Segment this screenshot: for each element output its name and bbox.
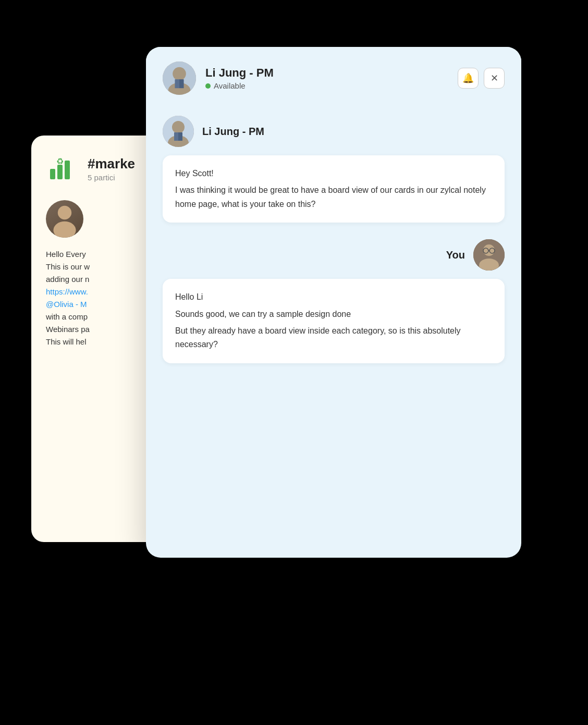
svg-rect-6 <box>179 79 184 88</box>
dm-header: Li Jung - PM Available 🔔 ✕ <box>146 47 521 107</box>
status-indicator <box>205 83 211 89</box>
li-msg-body: I was thinking it would be great to have… <box>175 183 492 211</box>
dm-contact-avatar-inner <box>163 62 196 95</box>
you-row: You <box>163 239 505 271</box>
channel-name: #marke <box>88 156 135 172</box>
dm-contact-status: Available <box>205 81 448 90</box>
sender-avatar-inner <box>163 116 194 147</box>
you-message-bubble: Hello Li Sounds good, we can try a sampl… <box>163 279 505 363</box>
sender-row: Li Jung - PM <box>163 116 505 147</box>
you-reply-line1: Sounds good, we can try a sample design … <box>175 308 492 321</box>
channel-info: #marke 5 partici <box>88 156 135 182</box>
you-avatar <box>473 239 505 271</box>
sender-name: Li Jung - PM <box>202 126 264 138</box>
you-label: You <box>446 249 465 261</box>
close-button[interactable]: ✕ <box>484 68 505 89</box>
dm-contact-avatar <box>163 62 196 95</box>
dm-contact-name: Li Jung - PM <box>205 66 448 80</box>
bar-chart-icon: ♻ <box>50 156 75 181</box>
svg-rect-11 <box>178 132 182 141</box>
bell-icon: 🔔 <box>462 72 474 84</box>
notification-button[interactable]: 🔔 <box>458 68 479 89</box>
status-text: Available <box>214 81 246 90</box>
svg-point-0 <box>58 206 71 219</box>
you-reply-greeting: Hello Li <box>175 290 492 304</box>
channel-avatar-inner <box>46 200 83 238</box>
dm-header-info: Li Jung - PM Available <box>205 66 448 90</box>
close-icon: ✕ <box>491 72 498 84</box>
svg-point-1 <box>53 222 76 238</box>
you-avatar-inner <box>473 239 505 271</box>
svg-point-13 <box>483 244 495 256</box>
dm-card: Li Jung - PM Available 🔔 ✕ <box>146 47 521 558</box>
dm-header-actions: 🔔 ✕ <box>458 68 505 89</box>
channel-participants: 5 partici <box>88 173 135 182</box>
you-reply-line2: But they already have a board view insid… <box>175 324 492 352</box>
channel-icon: ♻ <box>46 152 79 186</box>
dm-body: Li Jung - PM Hey Scott! I was thinking i… <box>146 107 521 397</box>
channel-sender-avatar <box>46 200 83 238</box>
svg-rect-5 <box>175 79 179 88</box>
li-message-bubble: Hey Scott! I was thinking it would be gr… <box>163 155 505 223</box>
svg-point-8 <box>172 121 185 133</box>
svg-point-3 <box>173 67 186 81</box>
svg-rect-10 <box>174 132 178 141</box>
li-msg-greeting: Hey Scott! <box>175 167 492 180</box>
sender-avatar <box>163 116 194 147</box>
